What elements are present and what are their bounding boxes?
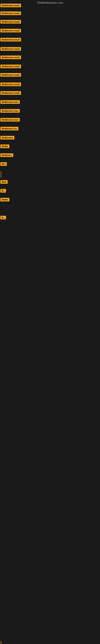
badge-container-2: Bottleneck result	[0, 12, 21, 16]
bottleneck-badge-19[interactable]: Bot	[0, 162, 7, 166]
badge-container-17: Bottle	[0, 144, 9, 149]
badge-container-8: Bottleneck result	[0, 64, 21, 69]
badge-container-4: Bottleneck result	[0, 29, 21, 33]
bottleneck-badge-22[interactable]: Bottle	[0, 198, 9, 202]
bottleneck-badge-16[interactable]: Bottleneck	[0, 136, 14, 140]
bottleneck-badge-14[interactable]: Bottleneck resu	[0, 118, 20, 122]
bottleneck-badge-12[interactable]: Bottleneck resu	[0, 100, 20, 104]
badge-container-20: Bott	[0, 180, 8, 184]
bottleneck-badge-11[interactable]: Bottleneck result	[0, 91, 21, 95]
vertical-line-1	[1, 171, 1, 178]
badge-container-23: Bo	[0, 216, 6, 220]
bottleneck-badge-18[interactable]: Bottlenec	[0, 153, 13, 157]
badge-container-10: Bottleneck result	[0, 82, 21, 87]
bottleneck-badge-4[interactable]: Bottleneck result	[0, 29, 21, 32]
badge-container-6: Bottleneck result	[0, 47, 21, 52]
bottleneck-badge-15[interactable]: Bottleneck res	[0, 127, 18, 130]
badge-container-9: Bottleneck result	[0, 73, 21, 78]
bottleneck-badge-17[interactable]: Bottle	[0, 144, 9, 148]
bottleneck-badge-23[interactable]: Bo	[0, 216, 6, 219]
badge-container-5: Bottleneck result	[0, 38, 21, 42]
badge-container-21: Bo	[0, 189, 6, 194]
badge-container-3: Bottleneck result	[0, 20, 21, 24]
bottleneck-badge-13[interactable]: Bottleneck resu	[0, 109, 20, 113]
badge-container-15: Bottleneck res	[0, 127, 18, 131]
badge-container-22: Bottle	[0, 198, 9, 202]
badge-container-19: Bot	[0, 162, 7, 167]
bottleneck-badge-2[interactable]: Bottleneck result	[0, 12, 21, 15]
bottleneck-badge-8[interactable]: Bottleneck result	[0, 64, 21, 68]
badge-container-16: Bottleneck	[0, 136, 14, 140]
bottleneck-badge-7[interactable]: Bottleneck result	[0, 56, 21, 59]
bottleneck-badge-21[interactable]: Bo	[0, 189, 6, 192]
badge-container-1: Bottleneck result	[0, 4, 21, 8]
badge-container-12: Bottleneck resu	[0, 100, 20, 105]
badge-container-7: Bottleneck result	[0, 56, 21, 60]
bottleneck-badge-1[interactable]: Bottleneck result	[0, 4, 21, 7]
bottleneck-badge-9[interactable]: Bottleneck result	[0, 73, 21, 77]
bottleneck-badge-3[interactable]: Bottleneck result	[0, 20, 21, 24]
bottleneck-badge-20[interactable]: Bott	[0, 180, 8, 184]
badge-container-18: Bottlenec	[0, 153, 13, 158]
bottleneck-badge-6[interactable]: Bottleneck result	[0, 47, 21, 51]
bottleneck-badge-10[interactable]: Bottleneck result	[0, 82, 21, 86]
bottleneck-badge-5[interactable]: Bottleneck result	[0, 38, 21, 42]
badge-container-14: Bottleneck resu	[0, 118, 20, 122]
badge-container-11: Bottleneck result	[0, 91, 21, 96]
badge-container-13: Bottleneck resu	[0, 109, 20, 114]
vertical-line-2	[1, 641, 1, 644]
